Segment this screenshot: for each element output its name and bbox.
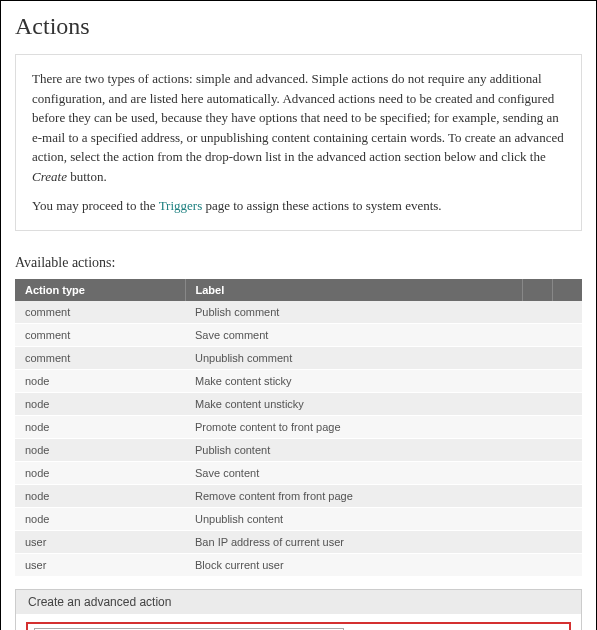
cell-action-type: comment	[15, 301, 185, 324]
advanced-action-box: Create an advanced action Choose an adva…	[15, 589, 582, 631]
cell-blank	[522, 484, 552, 507]
cell-action-type: comment	[15, 346, 185, 369]
cell-blank	[552, 484, 582, 507]
cell-action-type: user	[15, 553, 185, 576]
available-actions-label: Available actions:	[15, 255, 582, 271]
table-row: nodeSave content	[15, 461, 582, 484]
cell-blank	[522, 507, 552, 530]
table-row: nodeRemove content from front page	[15, 484, 582, 507]
cell-blank	[552, 415, 582, 438]
table-row: nodeMake content sticky	[15, 369, 582, 392]
cell-label: Ban IP address of current user	[185, 530, 522, 553]
cell-blank	[522, 553, 552, 576]
cell-action-type: node	[15, 438, 185, 461]
info-paragraph-1: There are two types of actions: simple a…	[32, 69, 565, 186]
cell-label: Make content unsticky	[185, 392, 522, 415]
cell-blank	[522, 415, 552, 438]
header-label: Label	[185, 279, 522, 301]
info-box: There are two types of actions: simple a…	[15, 54, 582, 231]
cell-blank	[522, 461, 552, 484]
table-row: commentSave comment	[15, 323, 582, 346]
table-row: nodePublish content	[15, 438, 582, 461]
cell-blank	[522, 323, 552, 346]
header-blank-1	[522, 279, 552, 301]
cell-label: Block current user	[185, 553, 522, 576]
cell-blank	[552, 530, 582, 553]
cell-blank	[522, 438, 552, 461]
cell-action-type: node	[15, 392, 185, 415]
page-title: Actions	[15, 13, 582, 40]
cell-label: Save content	[185, 461, 522, 484]
cell-blank	[552, 301, 582, 324]
table-row: userBan IP address of current user	[15, 530, 582, 553]
cell-blank	[552, 392, 582, 415]
cell-label: Remove content from front page	[185, 484, 522, 507]
triggers-link[interactable]: Triggers	[159, 198, 203, 213]
advanced-action-header: Create an advanced action	[16, 590, 581, 614]
cell-blank	[522, 530, 552, 553]
table-row: nodePromote content to front page	[15, 415, 582, 438]
table-row: userBlock current user	[15, 553, 582, 576]
cell-blank	[552, 507, 582, 530]
header-blank-2	[552, 279, 582, 301]
cell-label: Promote content to front page	[185, 415, 522, 438]
cell-blank	[552, 323, 582, 346]
cell-label: Unpublish comment	[185, 346, 522, 369]
cell-action-type: user	[15, 530, 185, 553]
cell-blank	[522, 392, 552, 415]
table-row: nodeMake content unsticky	[15, 392, 582, 415]
cell-action-type: comment	[15, 323, 185, 346]
info-paragraph-2: You may proceed to the Triggers page to …	[32, 196, 565, 216]
table-row: nodeUnpublish content	[15, 507, 582, 530]
cell-blank	[552, 438, 582, 461]
cell-label: Publish content	[185, 438, 522, 461]
cell-blank	[552, 346, 582, 369]
cell-action-type: node	[15, 484, 185, 507]
cell-blank	[552, 461, 582, 484]
table-row: commentPublish comment	[15, 301, 582, 324]
cell-blank	[552, 553, 582, 576]
cell-blank	[522, 346, 552, 369]
cell-label: Save comment	[185, 323, 522, 346]
cell-action-type: node	[15, 415, 185, 438]
cell-action-type: node	[15, 369, 185, 392]
cell-action-type: node	[15, 461, 185, 484]
cell-label: Unpublish content	[185, 507, 522, 530]
cell-blank	[522, 301, 552, 324]
cell-action-type: node	[15, 507, 185, 530]
advanced-action-highlight: Choose an advanced action Create	[26, 622, 571, 631]
table-row: commentUnpublish comment	[15, 346, 582, 369]
cell-label: Make content sticky	[185, 369, 522, 392]
header-action-type: Action type	[15, 279, 185, 301]
actions-table: Action type Label commentPublish comment…	[15, 279, 582, 577]
cell-blank	[552, 369, 582, 392]
cell-label: Publish comment	[185, 301, 522, 324]
cell-blank	[522, 369, 552, 392]
